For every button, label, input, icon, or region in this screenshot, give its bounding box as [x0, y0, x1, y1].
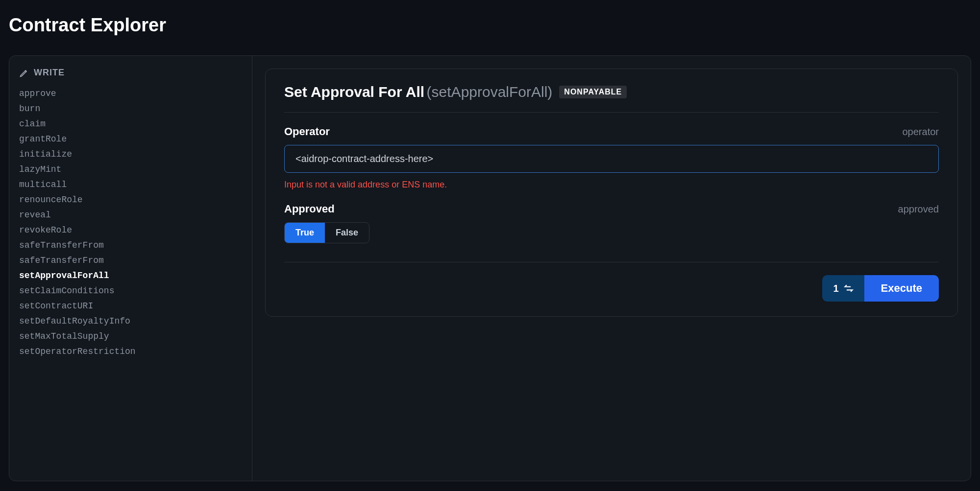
network-count: 1: [833, 283, 838, 294]
sidebar-item-setOperatorRestriction[interactable]: setOperatorRestriction: [19, 347, 242, 356]
function-heading: Set Approval For All (setApprovalForAll): [284, 84, 552, 100]
sidebar-list: approve burn claim grantRole initialize …: [19, 89, 242, 356]
sidebar-item-initialize[interactable]: initialize: [19, 149, 242, 159]
approved-label: Approved: [284, 203, 335, 215]
operator-input[interactable]: [284, 145, 939, 173]
approved-toggle: True False: [284, 222, 369, 243]
payability-badge: NONPAYABLE: [559, 86, 627, 98]
sidebar-item-setContractURI[interactable]: setContractURI: [19, 301, 242, 311]
approved-label-row: Approved approved: [284, 203, 939, 215]
sidebar-item-lazyMint[interactable]: lazyMint: [19, 164, 242, 174]
sidebar-item-setClaimConditions[interactable]: setClaimConditions: [19, 286, 242, 296]
function-signature: (setApprovalForAll): [427, 84, 553, 100]
approved-hint: approved: [898, 204, 939, 215]
swap-icon: [844, 283, 854, 293]
sidebar: WRITE approve burn claim grantRole initi…: [9, 56, 252, 481]
operator-label: Operator: [284, 125, 330, 138]
approved-field-group: Approved approved True False: [284, 190, 939, 243]
function-card: Set Approval For All (setApprovalForAll)…: [265, 69, 958, 317]
sidebar-item-setMaxTotalSupply[interactable]: setMaxTotalSupply: [19, 331, 242, 341]
sidebar-item-multicall[interactable]: multicall: [19, 180, 242, 189]
toggle-false[interactable]: False: [325, 223, 369, 243]
sidebar-header: WRITE: [19, 68, 242, 78]
function-title: Set Approval For All: [284, 84, 424, 100]
pencil-icon: [19, 68, 29, 78]
sidebar-item-reveal[interactable]: reveal: [19, 210, 242, 220]
actions-row: 1 Execute: [284, 275, 939, 302]
sidebar-item-claim[interactable]: claim: [19, 119, 242, 129]
page-title: Contract Explorer: [0, 0, 980, 46]
explorer-panel: WRITE approve burn claim grantRole initi…: [9, 55, 971, 481]
sidebar-item-safeTransferFrom2[interactable]: safeTransferFrom: [19, 256, 242, 265]
toggle-true[interactable]: True: [285, 223, 325, 243]
sidebar-item-renounceRole[interactable]: renounceRole: [19, 195, 242, 205]
sidebar-item-safeTransferFrom1[interactable]: safeTransferFrom: [19, 240, 242, 250]
sidebar-item-burn[interactable]: burn: [19, 104, 242, 114]
card-header: Set Approval For All (setApprovalForAll)…: [284, 84, 939, 113]
operator-error: Input is not a valid address or ENS name…: [284, 180, 939, 190]
network-selector[interactable]: 1: [822, 275, 864, 302]
sidebar-item-setApprovalForAll[interactable]: setApprovalForAll: [19, 271, 242, 281]
sidebar-item-revokeRole[interactable]: revokeRole: [19, 225, 242, 235]
operator-hint: operator: [903, 126, 939, 138]
operator-label-row: Operator operator: [284, 125, 939, 138]
sidebar-item-setDefaultRoyaltyInfo[interactable]: setDefaultRoyaltyInfo: [19, 316, 242, 326]
execute-button[interactable]: Execute: [864, 275, 939, 302]
sidebar-item-grantRole[interactable]: grantRole: [19, 134, 242, 144]
sidebar-item-approve[interactable]: approve: [19, 89, 242, 98]
card-divider: [284, 262, 939, 262]
operator-field-group: Operator operator Input is not a valid a…: [284, 113, 939, 190]
main-content: Set Approval For All (setApprovalForAll)…: [252, 56, 971, 481]
sidebar-header-label: WRITE: [34, 68, 65, 78]
